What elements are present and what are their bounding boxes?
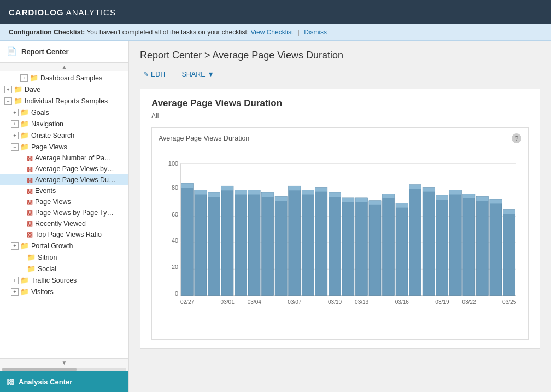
sidebar-horizontal-scroll[interactable] (0, 367, 128, 371)
svg-rect-23 (248, 190, 260, 295)
tree-label: Average Page Views by… (35, 165, 114, 173)
tree-toggle[interactable]: − (11, 143, 19, 151)
sidebar-item-individual-reports[interactable]: − 📁 Individual Reports Samples (0, 95, 128, 107)
analysis-center-icon: ▩ (7, 377, 14, 387)
folder-icon: 📁 (20, 143, 29, 151)
tree-label: Individual Reports Samples (25, 97, 108, 105)
svg-text:03/01: 03/01 (221, 299, 235, 305)
svg-rect-42 (369, 201, 381, 205)
sidebar-item-avg-pageviews-by[interactable]: ▩ Average Page Views by… (0, 163, 128, 174)
tree-toggle[interactable]: − (4, 97, 12, 105)
folder-icon: 📁 (30, 74, 38, 82)
sidebar-scroll-down[interactable]: ▼ (0, 358, 128, 367)
edit-button[interactable]: ✎ EDIT (140, 69, 169, 80)
svg-rect-54 (449, 190, 461, 194)
svg-text:03/10: 03/10 (328, 299, 342, 305)
sidebar-item-portal-growth[interactable]: + 📁 Portal Growth (0, 240, 128, 251)
sidebar-item-page-views-folder[interactable]: − 📁 Page Views (0, 141, 128, 153)
sidebar-item-page-views-by-type[interactable]: ▩ Page Views by Page Ty… (0, 207, 128, 218)
svg-rect-51 (436, 195, 448, 296)
svg-text:20: 20 (172, 264, 178, 270)
tree-toggle[interactable]: + (11, 277, 19, 284)
svg-rect-41 (369, 201, 381, 296)
svg-rect-19 (221, 186, 233, 295)
tree-label: Sitrion (38, 254, 57, 261)
svg-rect-46 (396, 203, 408, 208)
svg-rect-61 (503, 210, 515, 296)
tree-toggle[interactable]: + (11, 132, 19, 139)
report-title: Average Page Views Duration (151, 98, 529, 109)
sidebar-item-page-views-item[interactable]: ▩ Page Views (0, 196, 128, 207)
dismiss-link[interactable]: Dismiss (304, 28, 327, 36)
svg-rect-24 (248, 190, 260, 194)
tree-toggle[interactable]: + (20, 74, 28, 82)
tree-label: Goals (31, 109, 49, 116)
sidebar-item-onsite-search[interactable]: + 📁 Onsite Search (0, 130, 128, 141)
chart-icon: ▩ (27, 154, 33, 162)
svg-rect-45 (396, 203, 408, 296)
tree-label: Page Views by Page Ty… (35, 209, 114, 217)
analysis-center-bar[interactable]: ▩ Analysis Center (0, 371, 128, 392)
tree-toggle[interactable]: + (11, 288, 19, 296)
sidebar-item-social[interactable]: 📁 Social (0, 263, 128, 274)
tree-label: Navigation (31, 120, 63, 128)
sidebar-item-goals[interactable]: + 📁 Goals (0, 107, 128, 118)
tree-label: Average Number of Pa… (35, 154, 111, 162)
share-button[interactable]: SHARE ▼ (178, 69, 217, 80)
svg-rect-32 (302, 190, 314, 194)
sidebar-item-avg-pageviews-du[interactable]: ▩ Average Page Views Du… (0, 174, 128, 185)
svg-text:03/25: 03/25 (502, 299, 517, 305)
sidebar-item-navigation[interactable]: + 📁 Navigation (0, 118, 128, 130)
svg-text:0: 0 (175, 290, 178, 297)
tree-toggle[interactable]: + (11, 242, 19, 250)
svg-rect-29 (289, 186, 301, 295)
config-banner: Configuration Checklist: You haven't com… (0, 24, 551, 41)
tree-label: Top Page Views Ratio (35, 231, 102, 238)
tree-label: Traffic Sources (31, 277, 77, 284)
folder-icon: 📁 (20, 108, 29, 116)
sidebar-item-top-page-views[interactable]: ▩ Top Page Views Ratio (0, 229, 128, 240)
svg-rect-27 (275, 197, 287, 296)
svg-text:60: 60 (172, 211, 178, 218)
sidebar-item-dave[interactable]: + 📁 Dave (0, 84, 128, 95)
chart-icon: ▩ (27, 231, 33, 238)
sidebar-item-visitors[interactable]: + 📁 Visitors (0, 286, 128, 297)
chart-icon: ▩ (27, 176, 33, 184)
view-checklist-link[interactable]: View Checklist (251, 28, 294, 36)
svg-rect-49 (423, 188, 435, 296)
svg-text:03/07: 03/07 (288, 299, 302, 305)
svg-rect-39 (355, 198, 367, 296)
banner-sep: | (298, 28, 300, 36)
svg-rect-37 (342, 198, 354, 296)
svg-rect-31 (302, 190, 314, 295)
svg-text:03/22: 03/22 (462, 299, 476, 305)
sidebar-item-sitrion[interactable]: 📁 Sitrion (0, 251, 128, 263)
tree-label: Portal Growth (31, 242, 73, 250)
svg-rect-28 (275, 197, 287, 201)
toolbar: ✎ EDIT SHARE ▼ (140, 69, 540, 80)
sidebar-item-recently-viewed[interactable]: ▩ Recently Viewed (0, 218, 128, 229)
tree-label: Onsite Search (31, 132, 74, 139)
sidebar-item-traffic-sources[interactable]: + 📁 Traffic Sources (0, 274, 128, 286)
sidebar-item-avg-number[interactable]: ▩ Average Number of Pa… (0, 153, 128, 163)
sidebar-item-events[interactable]: ▩ Events (0, 185, 128, 196)
tree-toggle[interactable]: + (11, 120, 19, 128)
edit-icon: ✎ (143, 71, 149, 78)
svg-rect-21 (235, 190, 247, 295)
svg-rect-40 (355, 198, 367, 202)
sidebar-item-dashboard-samples[interactable]: + 📁 Dashboard Samples (0, 72, 128, 84)
tree-toggle[interactable]: + (4, 86, 12, 93)
sidebar-scroll-up[interactable]: ▲ (0, 62, 128, 71)
sidebar-header: 📄 Report Center (0, 41, 128, 62)
banner-label: Configuration Checklist: (9, 28, 85, 36)
svg-text:03/04: 03/04 (248, 299, 262, 305)
content-area: Report Center > Average Page Views Durat… (129, 41, 551, 392)
svg-rect-20 (221, 186, 233, 190)
folder-icon: 📁 (20, 242, 29, 250)
sidebar: 📄 Report Center ▲ + 📁 Dashboard Samples … (0, 41, 129, 392)
chart-help-icon[interactable]: ? (512, 133, 521, 143)
folder-icon: 📁 (14, 97, 22, 105)
analysis-center-label: Analysis Center (19, 378, 72, 386)
tree-toggle[interactable]: + (11, 109, 19, 116)
svg-rect-44 (382, 194, 394, 198)
